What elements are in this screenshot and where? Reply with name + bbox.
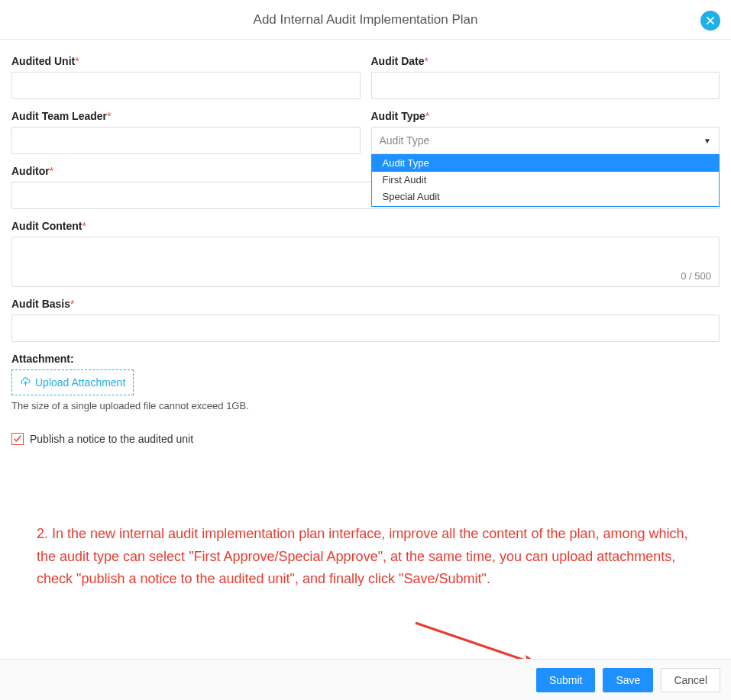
field-attachment: Attachment: Upload Attachment The size o… [11,353,720,411]
upload-button-label: Upload Attachment [35,376,125,389]
audit-type-option[interactable]: First Audit [372,172,720,189]
publish-checkbox-label: Publish a notice to the audited unit [30,433,193,445]
field-team-leader: Audit Team Leader* [11,110,361,154]
audit-type-option[interactable]: Audit Type [372,155,720,172]
upload-attachment-button[interactable]: Upload Attachment [11,369,134,395]
submit-button[interactable]: Submit [536,668,596,692]
label-team-leader: Audit Team Leader* [11,110,361,122]
audit-type-selected: Audit Type [380,134,430,147]
cancel-button[interactable]: Cancel [661,668,720,692]
cloud-upload-icon [20,377,31,389]
field-audit-content: Audit Content* 0 / 500 [11,220,720,287]
audit-type-option[interactable]: Special Audit [372,189,720,205]
label-attachment: Attachment: [11,353,720,365]
label-audit-content: Audit Content* [11,220,720,232]
label-audit-basis: Audit Basis* [11,298,720,310]
form-body: Audited Unit* Audit Date* Audit Team Lea… [0,40,731,445]
dialog-title: Add Internal Audit Implementation Plan [254,12,478,27]
chevron-down-icon: ▼ [704,137,711,145]
char-counter: 0 / 500 [681,270,711,282]
dialog-header: Add Internal Audit Implementation Plan [0,0,731,40]
label-audit-type: Audit Type* [371,110,720,122]
publish-checkbox[interactable] [11,433,24,445]
field-audit-type: Audit Type* Audit Type ▼ Audit Type Firs… [371,110,720,154]
audited-unit-input[interactable] [11,72,361,99]
save-button[interactable]: Save [603,668,653,692]
svg-line-0 [416,623,532,663]
label-audited-unit: Audited Unit* [11,55,361,67]
audit-date-input[interactable] [371,72,720,99]
audit-content-textarea[interactable]: 0 / 500 [11,237,720,287]
field-audit-basis: Audit Basis* [11,298,720,342]
upload-hint: The size of a single uploaded file canno… [11,400,720,411]
field-audit-date: Audit Date* [371,55,720,99]
label-audit-date: Audit Date* [371,55,720,67]
audit-basis-input[interactable] [11,315,720,342]
team-leader-input[interactable] [11,127,361,154]
close-icon [705,15,716,26]
publish-checkbox-row: Publish a notice to the audited unit [11,433,720,445]
audit-type-select[interactable]: Audit Type ▼ [371,127,720,154]
close-button[interactable] [700,11,720,31]
dialog-footer: Submit Save Cancel [0,659,731,700]
field-audited-unit: Audited Unit* [11,55,361,99]
checkmark-icon [13,434,22,444]
annotation-text: 2. In the new internal audit implementat… [37,523,700,591]
audit-type-dropdown: Audit Type First Audit Special Audit [371,154,720,207]
